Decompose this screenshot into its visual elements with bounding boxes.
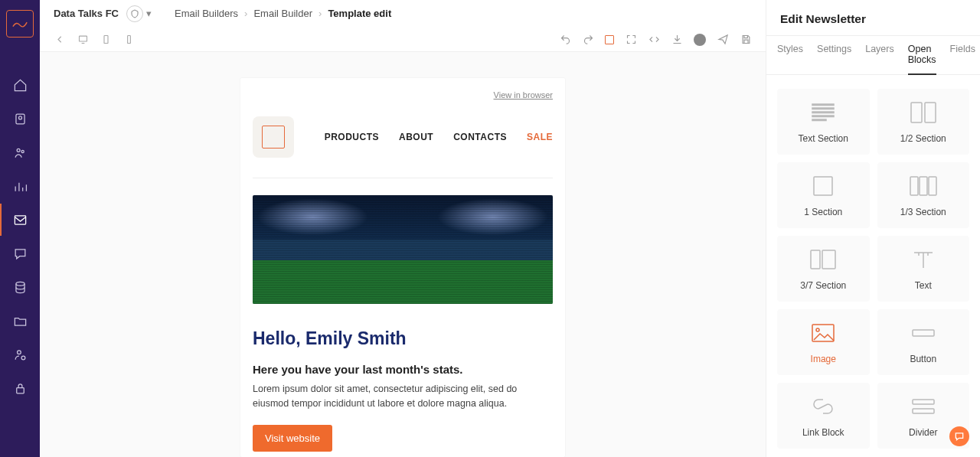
sidebar-nav <box>0 77 40 457</box>
breadcrumb-0[interactable]: Email Builders <box>175 8 238 19</box>
svg-rect-17 <box>911 103 922 122</box>
email-nav: PRODUCTS ABOUT CONTACTS SALE <box>325 132 553 142</box>
app-logo[interactable] <box>0 0 40 47</box>
block-icon <box>808 320 838 346</box>
mobile-icon <box>123 34 135 45</box>
panel-tab-fields[interactable]: Fields <box>950 36 975 74</box>
toolbar-right <box>559 34 752 46</box>
org-shield-icon[interactable] <box>126 5 143 22</box>
chat-icon <box>13 246 28 261</box>
svg-rect-9 <box>79 36 87 41</box>
primary-sidebar <box>0 0 40 457</box>
sidebar-item-analytics[interactable] <box>0 178 40 194</box>
email-nav-about[interactable]: ABOUT <box>399 132 433 142</box>
sidebar-item-profile[interactable] <box>0 110 40 127</box>
email-body-text[interactable]: Lorem ipsum dolor sit amet, consectetur … <box>253 382 553 411</box>
block-label: Divider <box>909 427 937 438</box>
code-button[interactable] <box>648 34 660 46</box>
back-button[interactable] <box>54 34 66 46</box>
block-1-section[interactable]: 1 Section <box>777 162 870 228</box>
redo-icon <box>583 34 594 45</box>
download-icon <box>671 34 683 45</box>
svg-rect-20 <box>910 177 918 195</box>
svg-rect-23 <box>811 250 820 269</box>
block-image[interactable]: Image <box>777 309 870 375</box>
sidebar-item-lock[interactable] <box>0 380 40 397</box>
globe-button[interactable] <box>694 34 706 46</box>
save-icon <box>740 34 752 45</box>
org-name[interactable]: Data Talks FC <box>54 8 119 19</box>
svg-rect-16 <box>812 119 826 121</box>
send-icon <box>717 34 729 45</box>
save-button[interactable] <box>740 34 752 46</box>
visit-website-button[interactable]: Visit website <box>253 425 332 452</box>
undo-button[interactable] <box>559 34 571 46</box>
sidebar-item-user-settings[interactable] <box>0 346 40 363</box>
redo-button[interactable] <box>582 34 594 46</box>
block-label: 3/7 Section <box>800 280 846 291</box>
block-1-3-section[interactable]: 1/3 Section <box>877 162 970 228</box>
team-icon <box>13 145 28 160</box>
svg-rect-15 <box>812 116 834 117</box>
email-subheading[interactable]: Here you have your last month's stats. <box>253 363 553 376</box>
panel-tab-layers[interactable]: Layers <box>865 36 894 74</box>
sidebar-item-folder[interactable] <box>0 312 40 329</box>
back-icon <box>54 34 66 45</box>
svg-rect-29 <box>913 409 934 413</box>
toolbar-left <box>54 34 135 46</box>
tablet-icon <box>100 34 112 45</box>
org-switcher-chevron-icon[interactable]: ▾ <box>146 8 152 19</box>
sidebar-item-email[interactable] <box>0 211 40 228</box>
database-icon <box>13 280 28 295</box>
download-button[interactable] <box>671 34 683 46</box>
block-link-block[interactable]: Link Block <box>777 383 870 449</box>
svg-rect-28 <box>913 400 934 404</box>
mobile-button[interactable] <box>122 34 135 46</box>
svg-point-6 <box>17 350 21 354</box>
svg-point-26 <box>816 328 819 331</box>
block-1-2-section[interactable]: 1/2 Section <box>877 89 970 155</box>
email-nav-contacts[interactable]: CONTACTS <box>453 132 507 142</box>
email-nav-products[interactable]: PRODUCTS <box>325 132 379 142</box>
block-icon <box>908 173 939 199</box>
block-text-section[interactable]: Text Section <box>777 89 870 155</box>
chat-fab[interactable] <box>949 426 969 446</box>
sidebar-item-team[interactable] <box>0 144 40 161</box>
view-in-browser-link[interactable]: View in browser <box>253 90 553 100</box>
profile-icon <box>13 112 28 126</box>
editor-canvas[interactable]: View in browser PRODUCTS ABOUT CONTACTS … <box>40 52 766 457</box>
sidebar-item-home[interactable] <box>0 77 40 93</box>
sidebar-item-chat[interactable] <box>0 245 40 262</box>
svg-rect-10 <box>104 36 108 44</box>
email-greeting[interactable]: Hello, Emily Smith <box>253 328 553 349</box>
block-label: Text <box>915 280 932 291</box>
desktop-button[interactable] <box>77 34 89 46</box>
breadcrumb-1[interactable]: Email Builder <box>253 8 312 19</box>
fullscreen-button[interactable] <box>625 34 637 46</box>
block-icon <box>908 393 939 419</box>
email-nav-sale[interactable]: SALE <box>527 132 553 142</box>
block-button[interactable]: Button <box>877 309 970 375</box>
svg-rect-18 <box>925 103 936 122</box>
email-hero-image[interactable] <box>253 195 553 304</box>
block-label: Image <box>811 354 836 364</box>
right-panel: Edit Newsletter StylesSettingsLayersOpen… <box>766 0 980 457</box>
svg-rect-19 <box>814 177 832 195</box>
block-text[interactable]: Text <box>877 236 970 302</box>
breadcrumb-2: Template edit <box>328 8 391 19</box>
panel-tab-styles[interactable]: Styles <box>777 36 803 74</box>
email-logo[interactable] <box>253 116 294 158</box>
block-3-7-section[interactable]: 3/7 Section <box>777 236 870 302</box>
desktop-icon <box>77 34 89 45</box>
block-label: Button <box>910 354 936 364</box>
svg-rect-8 <box>16 387 24 393</box>
border-button[interactable] <box>605 35 614 44</box>
tablet-button[interactable] <box>100 34 112 46</box>
panel-tab-open-blocks[interactable]: Open Blocks <box>908 36 936 74</box>
panel-tab-settings[interactable]: Settings <box>817 36 851 74</box>
sidebar-item-database[interactable] <box>0 279 40 295</box>
block-icon <box>808 246 838 273</box>
block-label: 1/3 Section <box>900 207 946 217</box>
send-button[interactable] <box>717 34 729 46</box>
home-icon <box>13 78 28 93</box>
